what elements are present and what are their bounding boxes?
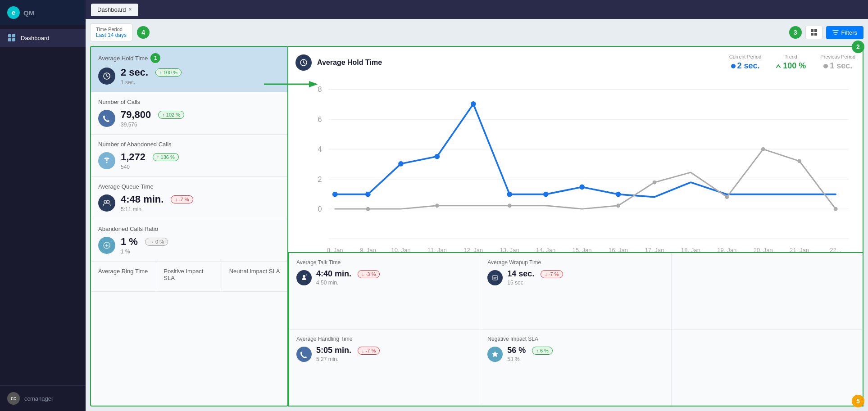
metric-card-avg-queue-time[interactable]: Average Queue Time 4:48 min. ↓ -7 % 5:11… bbox=[91, 177, 287, 219]
svg-point-10 bbox=[104, 200, 107, 203]
dashboard-icon bbox=[7, 33, 16, 42]
chart-header: Average Hold Time Current Period 2 sec. bbox=[295, 54, 855, 71]
handling-icon bbox=[296, 347, 312, 362]
time-period-button[interactable]: Time Period Last 14 days bbox=[90, 23, 132, 41]
svg-rect-5 bbox=[814, 29, 817, 32]
bottom-card-handling-time[interactable]: Average Handling Time 5:05 min. ↓ -7 % bbox=[289, 330, 480, 406]
topbar-tab-dashboard[interactable]: Dashboard × bbox=[91, 4, 138, 16]
abandoned-ratio-icon bbox=[98, 237, 115, 254]
svg-point-59 bbox=[834, 207, 838, 211]
chart-container: 8 6 4 2 0 8. Jan 9. Jan 10. Jan 11. Jan … bbox=[295, 76, 855, 276]
svg-point-45 bbox=[435, 154, 440, 159]
bottom-card-neg-impact-sla[interactable]: Negative Impact SLA 56 % ↑ 6 % 53 % bbox=[480, 330, 671, 406]
chart-metric-icon bbox=[295, 54, 312, 71]
metric-card-avg-hold-time[interactable]: Average Hold Time 1 2 sec. ↑ 100 % 1 bbox=[91, 47, 287, 92]
sidebar-footer: cc ccmanager bbox=[0, 385, 86, 411]
app-name: QM bbox=[23, 9, 34, 17]
badge-2-container: 2 bbox=[852, 41, 864, 53]
svg-text:11. Jan: 11. Jan bbox=[427, 247, 447, 253]
filters-button[interactable]: Filters bbox=[826, 26, 863, 39]
sidebar: e QM Dashboard cc ccmanager bbox=[0, 0, 86, 411]
badge-4: 4 bbox=[137, 26, 150, 39]
badge-1: 1 bbox=[150, 53, 160, 63]
metric-card-num-calls[interactable]: Number of Calls 79,800 ↑ 102 % 39,576 bbox=[91, 92, 287, 135]
left-panel: Average Hold Time 1 2 sec. ↑ 100 % 1 bbox=[90, 46, 288, 406]
svg-text:9. Jan: 9. Jan bbox=[360, 247, 376, 253]
svg-point-46 bbox=[471, 101, 476, 107]
app-logo-icon: e bbox=[7, 6, 20, 19]
neg-sla-icon bbox=[487, 347, 503, 362]
svg-point-15 bbox=[823, 64, 828, 68]
svg-text:0: 0 bbox=[318, 205, 322, 213]
metric-card-title-avg-hold-time: Average Hold Time 1 bbox=[98, 53, 280, 63]
svg-rect-6 bbox=[811, 33, 813, 36]
svg-point-48 bbox=[543, 192, 549, 197]
num-calls-icon bbox=[98, 110, 115, 127]
filter-bar: Time Period Last 14 days 4 3 Filters bbox=[90, 23, 863, 41]
svg-text:8. Jan: 8. Jan bbox=[327, 247, 343, 253]
sidebar-nav: Dashboard bbox=[0, 25, 86, 385]
metric-card-num-abandoned[interactable]: Number of Abandoned Calls 1,272 ↑ 136 % … bbox=[91, 135, 287, 177]
bottom-metrics-grid: Average Talk Time 4:40 min. ↓ -3 % 4:50 bbox=[288, 253, 863, 406]
right-panel: Average Hold Time Current Period 2 sec. bbox=[288, 46, 863, 406]
filter-bar-right: 3 Filters bbox=[789, 26, 863, 39]
sidebar-dashboard-label: Dashboard bbox=[21, 35, 50, 41]
badge-3: 3 bbox=[789, 26, 802, 39]
svg-text:15. Jan: 15. Jan bbox=[573, 247, 592, 253]
queue-time-icon bbox=[98, 194, 115, 212]
svg-point-42 bbox=[332, 192, 338, 197]
pos-impact-sla-card[interactable]: Positive Impact SLA bbox=[156, 262, 222, 292]
svg-text:16. Jan: 16. Jan bbox=[609, 247, 628, 253]
neutral-impact-sla-card[interactable]: Neutral Impact SLA bbox=[222, 262, 287, 292]
main-area: Dashboard × Time Period Last 14 days 4 3… bbox=[86, 0, 868, 411]
chart-stats: Current Period 2 sec. Trend 1 bbox=[729, 54, 855, 71]
svg-text:8: 8 bbox=[318, 85, 322, 93]
grid-view-button[interactable] bbox=[805, 26, 823, 39]
svg-point-44 bbox=[398, 161, 404, 167]
svg-text:20. Jan: 20. Jan bbox=[754, 247, 773, 253]
svg-point-56 bbox=[725, 195, 729, 199]
time-period-label: Time Period bbox=[96, 27, 123, 32]
topbar: Dashboard × bbox=[86, 0, 868, 19]
badge-5-container: 5 bbox=[852, 395, 864, 407]
svg-point-50 bbox=[616, 192, 621, 197]
sidebar-item-dashboard[interactable]: Dashboard bbox=[0, 29, 86, 47]
chart-title: Average Hold Time bbox=[317, 59, 382, 67]
chart-area: Average Hold Time Current Period 2 sec. bbox=[288, 46, 863, 253]
user-initials: cc bbox=[11, 395, 16, 402]
svg-text:10. Jan: 10. Jan bbox=[391, 247, 410, 253]
chart-stat-previous: Previous Period 1 sec. bbox=[820, 54, 855, 71]
svg-point-57 bbox=[761, 147, 765, 151]
svg-point-47 bbox=[507, 192, 512, 197]
svg-text:13. Jan: 13. Jan bbox=[500, 247, 519, 253]
svg-text:18. Jan: 18. Jan bbox=[681, 247, 700, 253]
content-area: Time Period Last 14 days 4 3 Filters bbox=[86, 19, 868, 411]
svg-point-54 bbox=[616, 203, 620, 208]
tab-close-icon[interactable]: × bbox=[129, 6, 132, 13]
svg-rect-7 bbox=[814, 33, 817, 36]
svg-text:19. Jan: 19. Jan bbox=[717, 247, 736, 253]
svg-text:22...: 22... bbox=[830, 247, 841, 253]
svg-point-11 bbox=[107, 200, 109, 203]
metric-card-body: 2 sec. ↑ 100 % 1 sec. bbox=[98, 67, 280, 86]
svg-text:14. Jan: 14. Jan bbox=[536, 247, 555, 253]
metric-card-abandoned-ratio[interactable]: Abandoned Calls Ratio 1 % → 0 % 1 % bbox=[91, 219, 287, 262]
svg-point-14 bbox=[731, 64, 736, 68]
tab-dashboard-label: Dashboard bbox=[97, 6, 126, 13]
svg-text:21. Jan: 21. Jan bbox=[790, 247, 809, 253]
svg-point-43 bbox=[365, 192, 371, 197]
bottom-row-labels: Average Ring Time Positive Impact SLA Ne… bbox=[91, 262, 287, 292]
chart-stat-trend: Trend 100 % bbox=[776, 54, 806, 71]
svg-text:2: 2 bbox=[318, 175, 322, 183]
user-avatar: cc bbox=[7, 392, 20, 405]
svg-text:12. Jan: 12. Jan bbox=[464, 247, 483, 253]
svg-point-51 bbox=[366, 207, 370, 211]
metric-values: 2 sec. ↑ 100 % 1 sec. bbox=[121, 67, 182, 86]
svg-point-49 bbox=[579, 185, 585, 190]
svg-text:6: 6 bbox=[318, 115, 322, 123]
avg-ring-time-card[interactable]: Average Ring Time bbox=[91, 262, 156, 292]
bottom-card-empty-2 bbox=[672, 330, 863, 406]
hold-time-icon bbox=[98, 68, 115, 85]
svg-rect-1 bbox=[12, 34, 15, 37]
svg-rect-4 bbox=[811, 29, 813, 32]
